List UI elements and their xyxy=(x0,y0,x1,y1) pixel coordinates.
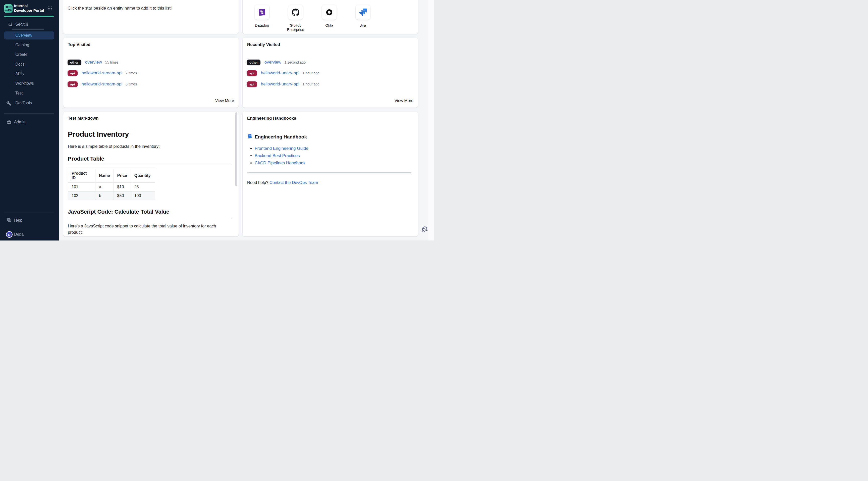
search-input[interactable]: Search xyxy=(15,22,28,27)
recently-visited-card: Recently Visited other overview 1 second… xyxy=(243,38,418,108)
jira-logo-icon xyxy=(355,5,370,20)
sidebar-item-catalog[interactable]: Catalog xyxy=(4,41,54,49)
entity-link[interactable]: overview xyxy=(265,60,281,65)
handbook-link[interactable]: Frontend Engineering Guide xyxy=(255,146,308,151)
sidebar-item-apis[interactable]: APIs xyxy=(4,70,54,78)
recently-visited-title: Recently Visited xyxy=(247,42,280,47)
card-scrollbar-thumb[interactable] xyxy=(235,112,237,186)
visit-count: 55 times xyxy=(105,60,119,64)
entity-link[interactable]: helloworld-stream-api xyxy=(82,82,123,87)
sidebar-item-overview[interactable]: Overview xyxy=(4,31,54,39)
user-avatar: D xyxy=(6,231,12,238)
entity-link[interactable]: helloworld-unary-api xyxy=(261,71,299,76)
markdown-h1: Product Inventory xyxy=(68,130,232,139)
product-table: Product ID Name Price Quantity 101 a $10… xyxy=(68,169,155,200)
markdown-h2-product-table: Product Table xyxy=(68,156,232,165)
top-visited-title: Top Visited xyxy=(68,42,90,47)
sidebar-accent-rule xyxy=(4,16,54,17)
list-item: CI/CD Pipelines Handbook xyxy=(255,159,411,167)
blue-book-icon xyxy=(247,134,252,140)
kind-badge: api xyxy=(68,82,78,87)
visited-row: api helloworld-unary-api 1 hour ago xyxy=(247,70,319,77)
visit-time: 1 hour ago xyxy=(303,71,319,75)
kind-badge: other xyxy=(247,60,260,65)
sidebar: Internal Developer Portal Search Overvie… xyxy=(0,0,59,241)
starred-entities-card: Click the star beside an entity name to … xyxy=(63,0,239,34)
view-more-button[interactable]: View More xyxy=(215,98,234,103)
datadog-logo-icon xyxy=(255,5,269,20)
page-scrollbar-track[interactable] xyxy=(428,0,434,241)
list-item: Frontend Engineering Guide xyxy=(255,145,411,152)
list-item: Backend Best Practices xyxy=(255,152,411,159)
kind-badge: other xyxy=(68,60,81,65)
apps-grid-icon[interactable] xyxy=(48,6,52,10)
gear-icon xyxy=(6,120,11,125)
toolkit-item-github[interactable]: GitHub Enterprise xyxy=(281,5,310,32)
entity-link[interactable]: helloworld-unary-api xyxy=(261,82,299,87)
engineering-handbooks-card: Engineering Handbooks Engineering Handbo… xyxy=(243,112,418,237)
help-line: Need help? Contact the DevOps Team xyxy=(247,180,411,185)
toolkit-item-datadog[interactable]: Datadog xyxy=(247,5,277,27)
entity-link[interactable]: overview xyxy=(85,60,102,65)
entity-link[interactable]: helloworld-stream-api xyxy=(82,71,123,76)
kind-badge: api xyxy=(247,82,257,87)
github-logo-icon xyxy=(288,5,303,20)
sidebar-item-create[interactable]: Create xyxy=(4,51,54,59)
sidebar-search[interactable]: Search xyxy=(0,22,59,28)
markdown-h2-js-code: JavaScript Code: Calculate Total Value xyxy=(68,209,232,218)
help-chat-icon: ? xyxy=(6,218,11,223)
svg-text:?: ? xyxy=(8,218,9,221)
starred-empty-message: Click the star beside an entity name to … xyxy=(68,6,172,11)
handbook-link[interactable]: CI/CD Pipelines Handbook xyxy=(255,160,305,166)
sidebar-divider xyxy=(4,113,54,114)
okta-logo-icon xyxy=(322,5,337,20)
kind-badge: api xyxy=(247,70,257,76)
user-name: Deba xyxy=(14,232,24,237)
top-visited-card: Top Visited other overview 55 times api … xyxy=(63,38,239,108)
table-row: 102 b $50 100 xyxy=(68,191,155,200)
markdown-paragraph: Here's a JavaScript code snippet to calc… xyxy=(68,223,232,236)
visited-row: api helloworld-unary-api 1 hour ago xyxy=(247,81,319,87)
visit-time: 1 hour ago xyxy=(303,82,319,86)
search-icon xyxy=(8,22,13,27)
markdown-paragraph: Here is a simple table of products in th… xyxy=(68,144,232,149)
sidebar-item-docs[interactable]: Docs xyxy=(4,60,54,68)
devops-contact-link[interactable]: Contact the DevOps Team xyxy=(270,180,318,185)
table-row: 101 a $10 25 xyxy=(68,183,155,191)
card-title: Test Markdown xyxy=(68,116,232,121)
view-more-button[interactable]: View More xyxy=(395,98,413,103)
toolkit-item-jira[interactable]: Jira xyxy=(348,5,377,27)
handbook-link[interactable]: Backend Best Practices xyxy=(255,153,300,158)
handbook-section-heading: Engineering Handbook xyxy=(247,134,411,140)
sidebar-item-workflows[interactable]: Workflows xyxy=(4,80,54,87)
toolkit-item-okta[interactable]: Okta xyxy=(315,5,344,27)
visited-row: api helloworld-stream-api 6 times xyxy=(68,81,137,87)
table-header-row: Product ID Name Price Quantity xyxy=(68,169,155,183)
visit-count: 7 times xyxy=(126,71,137,75)
kind-badge: api xyxy=(68,70,78,76)
wrench-icon xyxy=(6,100,11,109)
card-title: Engineering Handbooks xyxy=(247,116,411,121)
app-title: Internal Developer Portal xyxy=(14,3,46,13)
sidebar-item-test[interactable]: Test xyxy=(4,89,54,97)
visit-time: 1 second ago xyxy=(285,60,306,64)
sidebar-item-devtools[interactable]: DevTools xyxy=(4,99,54,107)
visited-row: api helloworld-stream-api 7 times xyxy=(68,70,137,77)
visit-count: 6 times xyxy=(126,82,137,86)
visited-row: other overview 1 second ago xyxy=(247,59,306,66)
app-window: Internal Developer Portal Search Overvie… xyxy=(0,0,434,241)
handbook-links-list: Frontend Engineering Guide Backend Best … xyxy=(247,145,411,167)
visited-row: other overview 55 times xyxy=(68,59,119,66)
app-logo-icon[interactable] xyxy=(4,4,12,13)
test-markdown-card: Test Markdown Product Inventory Here is … xyxy=(63,112,239,237)
toolkit-card: Datadog GitHub Enterprise Okta Jira xyxy=(243,0,418,34)
thick-divider xyxy=(247,172,411,173)
search-underline xyxy=(12,29,44,30)
